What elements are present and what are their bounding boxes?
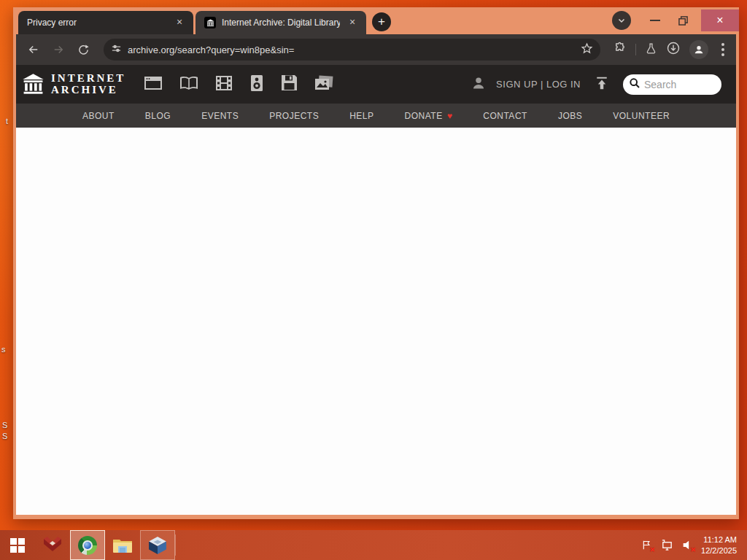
upload-icon[interactable] [595, 76, 608, 93]
ia-header-actions: SIGN UP | LOG IN [471, 74, 730, 95]
desktop-label-fragment: t [6, 117, 8, 125]
nav-donate[interactable]: DONATE♥ [390, 111, 468, 121]
page-content-blank [16, 128, 736, 515]
extensions-icon[interactable] [614, 42, 627, 58]
windows-taskbar: ✕ ✕ 11:12 AM 12/2/2025 [0, 530, 747, 560]
internet-archive-header: INTERNET ARCHIVE [16, 65, 736, 104]
webpage: INTERNET ARCHIVE [16, 65, 736, 515]
tab-search-button[interactable] [612, 11, 631, 30]
forward-button[interactable] [48, 39, 69, 60]
nav-events[interactable]: EVENTS [186, 111, 254, 121]
network-status-icon[interactable] [660, 539, 673, 552]
menu-kebab-icon[interactable] [721, 48, 724, 51]
taskbar-clock[interactable]: 11:12 AM 12/2/2025 [701, 534, 740, 556]
url-text[interactable]: archive.org/search?query=win8pe&sin= [128, 44, 575, 55]
web-icon[interactable] [142, 72, 165, 97]
browser-window: Privacy error × Internet Archive: Digita… [13, 7, 739, 519]
taskbar-separator [175, 534, 176, 556]
start-button[interactable] [0, 530, 35, 560]
nav-blog[interactable]: BLOG [130, 111, 186, 121]
heart-icon: ♥ [447, 111, 453, 121]
ia-columns-icon [22, 73, 44, 96]
taskbar-file-explorer-button[interactable] [105, 530, 140, 560]
mute-x-badge: ✕ [691, 546, 697, 553]
restore-button[interactable] [672, 9, 694, 31]
action-center-flag-icon[interactable]: ✕ [640, 539, 653, 552]
ia-search-box[interactable] [623, 74, 721, 95]
tab-close-icon[interactable]: × [346, 16, 359, 29]
clock-time: 11:12 AM [701, 534, 737, 545]
tab-close-icon[interactable]: × [173, 16, 186, 29]
user-icon [471, 76, 486, 93]
taskbar-apps [0, 530, 176, 560]
tab-strip: Privacy error × Internet Archive: Digita… [13, 7, 739, 34]
minimize-button[interactable] [644, 9, 666, 31]
virtualbox-icon [148, 536, 167, 555]
tab-privacy-error[interactable]: Privacy error × [18, 11, 193, 34]
green-browser-icon [78, 536, 97, 555]
software-icon[interactable] [279, 71, 300, 97]
reload-button[interactable] [73, 39, 93, 60]
desktop-label-fragment: s [1, 345, 6, 354]
internet-archive-favicon [204, 17, 216, 28]
red-app-icon [42, 536, 63, 555]
profile-icon[interactable] [689, 40, 708, 59]
video-icon[interactable] [213, 72, 235, 97]
search-input[interactable] [644, 79, 711, 90]
nav-volunteer[interactable]: VOLUNTEER [597, 111, 685, 121]
windows-logo-icon [10, 538, 25, 553]
nav-projects[interactable]: PROJECTS [254, 111, 334, 121]
toolbar-divider [635, 44, 636, 55]
ia-nav-bar: ABOUT BLOG EVENTS PROJECTS HELP DONATE♥ … [16, 104, 736, 128]
site-settings-icon[interactable] [111, 43, 122, 57]
browser-toolbar: archive.org/search?query=win8pe&sin= [16, 34, 736, 65]
address-bar[interactable]: archive.org/search?query=win8pe&sin= [104, 39, 600, 61]
taskbar-green-browser-button[interactable] [70, 530, 105, 560]
downloads-icon[interactable] [666, 41, 681, 58]
tab-internet-archive[interactable]: Internet Archive: Digital Library × [196, 11, 366, 34]
bookmark-star-icon[interactable] [581, 42, 593, 58]
nav-help[interactable]: HELP [334, 111, 389, 121]
new-tab-button[interactable]: + [372, 12, 391, 31]
desktop-label-fragment: S [2, 432, 7, 440]
desktop-label-fragment: S [2, 421, 7, 429]
tab-title: Internet Archive: Digital Library [222, 18, 340, 28]
back-button[interactable] [23, 39, 44, 60]
internet-archive-logo[interactable]: INTERNET ARCHIVE [22, 73, 125, 96]
volume-muted-icon[interactable]: ✕ [681, 539, 694, 552]
audio-icon[interactable] [247, 71, 266, 98]
logo-text-line1: INTERNET [51, 73, 125, 85]
logo-text-line2: ARCHIVE [51, 85, 125, 96]
images-icon[interactable] [312, 72, 336, 97]
toolbar-actions [611, 40, 729, 59]
file-explorer-icon [112, 537, 133, 554]
close-button[interactable]: × [701, 9, 739, 31]
system-tray: ✕ ✕ 11:12 AM 12/2/2025 [640, 530, 747, 560]
taskbar-red-app-button[interactable] [35, 530, 70, 560]
experiments-flask-icon[interactable] [645, 42, 657, 58]
texts-icon[interactable] [177, 72, 201, 97]
signup-login-link[interactable]: SIGN UP | LOG IN [496, 79, 581, 90]
window-controls: × [612, 7, 739, 34]
nav-jobs[interactable]: JOBS [543, 111, 597, 121]
search-icon [629, 77, 640, 92]
clock-date: 12/2/2025 [701, 545, 737, 556]
nav-about[interactable]: ABOUT [67, 111, 130, 121]
alert-x-badge: ✕ [650, 546, 656, 553]
taskbar-virtualbox-button[interactable] [140, 530, 175, 560]
nav-contact[interactable]: CONTACT [468, 111, 543, 121]
media-type-tabs [142, 71, 336, 98]
tab-title: Privacy error [27, 18, 167, 28]
